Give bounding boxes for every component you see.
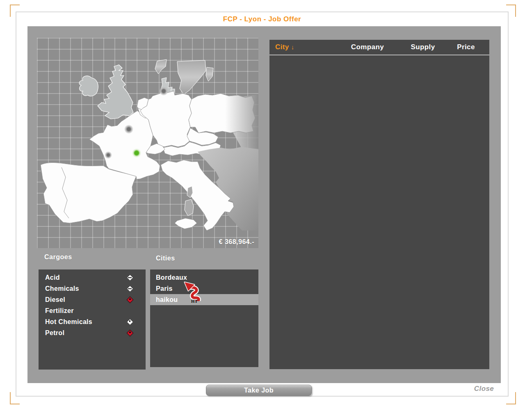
hazard-diamond-icon (126, 285, 133, 292)
dialog-title: FCP - Lyon - Job Offer (16, 15, 508, 23)
cargo-label: Hot Chemicals (45, 318, 92, 326)
europe-landmass (37, 38, 258, 248)
cargo-label: Petrol (45, 329, 64, 337)
cargo-label: Chemicals (45, 285, 79, 292)
take-job-button[interactable]: Take Job (206, 385, 312, 396)
cargo-item-hot-chemicals[interactable]: Hot Chemicals (39, 316, 146, 327)
screen: FCP - Lyon - Job Offer (0, 0, 525, 420)
player-money: € 368,964.- (219, 238, 254, 246)
cargo-item-petrol[interactable]: Petrol (39, 327, 146, 338)
job-offer-dialog: FCP - Lyon - Job Offer (16, 11, 509, 397)
cities-heading: Cities (156, 255, 175, 262)
cargo-label: Diesel (45, 296, 65, 304)
column-header-city[interactable]: City↓ (269, 43, 337, 51)
city-label: haikou (156, 296, 178, 303)
cargo-item-acid[interactable]: Acid (39, 272, 146, 283)
column-header-price[interactable]: Price (447, 43, 484, 51)
city-item-paris[interactable]: Paris (150, 283, 258, 294)
cargo-item-chemicals[interactable]: Chemicals (39, 283, 146, 294)
job-offers-table: City↓ Company Supply Price (269, 40, 489, 369)
close-button[interactable]: Close (466, 385, 502, 393)
table-header-row: City↓ Company Supply Price (269, 40, 489, 55)
city-label: Bordeaux (156, 274, 187, 281)
hazard-diamond-icon (126, 318, 133, 325)
cities-list: Bordeaux Paris haikou (150, 269, 258, 367)
table-body-empty (269, 55, 489, 369)
hazard-diamond-icon (126, 274, 133, 281)
cargo-label: Fertilizer (45, 307, 74, 315)
city-dot-paris[interactable] (124, 125, 133, 134)
cargoes-heading: Cargoes (44, 253, 72, 261)
hazard-diamond-icon (126, 296, 133, 303)
column-header-company[interactable]: Company (337, 43, 398, 51)
cargoes-list: Acid Chemicals Diesel Fertilizer Hot Che… (39, 269, 146, 370)
city-dot-lyon-selected[interactable] (132, 148, 141, 158)
city-dot-north[interactable] (159, 87, 168, 96)
europe-map[interactable]: € 368,964.- (37, 38, 258, 248)
sort-desc-icon: ↓ (291, 43, 294, 50)
city-item-haikou[interactable]: haikou (150, 294, 258, 305)
hazard-diamond-icon (126, 329, 133, 336)
city-item-bordeaux[interactable]: Bordeaux (150, 272, 258, 283)
city-label: Paris (156, 285, 173, 292)
city-dot-bordeaux[interactable] (105, 151, 112, 159)
cargo-label: Acid (45, 274, 60, 281)
cargo-item-diesel[interactable]: Diesel (39, 294, 146, 305)
column-header-supply[interactable]: Supply (398, 43, 447, 51)
cargo-item-fertilizer[interactable]: Fertilizer (39, 305, 146, 316)
